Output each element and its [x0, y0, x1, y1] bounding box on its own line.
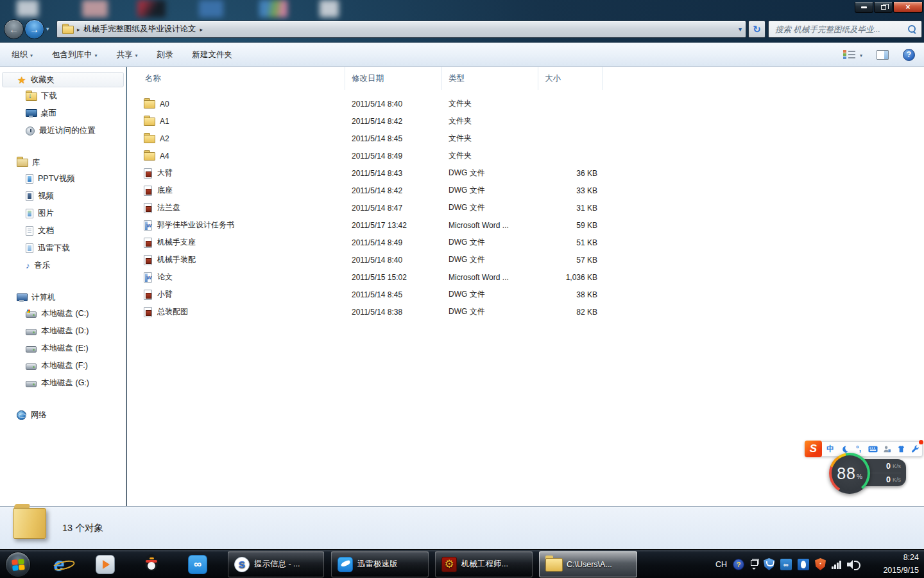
file-name[interactable]: A2: [160, 134, 169, 143]
column-header-size[interactable]: 大小: [538, 67, 603, 90]
close-button[interactable]: ×: [893, 2, 923, 13]
browser-tray-icon[interactable]: ∞: [780, 559, 792, 570]
share-button[interactable]: 共享▾: [117, 49, 138, 60]
sidebar-item[interactable]: 桌面: [0, 105, 126, 122]
sidebar-item[interactable]: ♪音乐: [0, 257, 126, 274]
media-player-button[interactable]: [94, 553, 117, 576]
change-view-button[interactable]: ▾: [843, 49, 862, 60]
health-gauge[interactable]: 88 %: [829, 453, 870, 494]
file-type: 文件夹: [442, 133, 538, 144]
file-row[interactable]: A02011/5/14 8:40文件夹: [127, 95, 924, 112]
ime-chinese-mode-button[interactable]: 中: [823, 442, 837, 456]
sidebar-item-computer[interactable]: 计算机: [0, 290, 126, 305]
language-indicator[interactable]: CH: [715, 560, 727, 569]
taskbar-button-mechanical-engineer-app[interactable]: ⚙机械工程师...: [435, 551, 533, 577]
address-dropdown-icon[interactable]: ▾: [739, 26, 742, 33]
file-name[interactable]: 大臂: [157, 168, 173, 179]
search-input[interactable]: [769, 25, 908, 34]
organize-button[interactable]: 组织▾: [12, 49, 33, 60]
file-size: 36 KB: [538, 169, 603, 178]
volume-icon[interactable]: [847, 559, 860, 570]
sidebar-item[interactable]: 图片: [0, 205, 126, 222]
column-header-name[interactable]: 名称: [127, 67, 345, 90]
breadcrumb-segment[interactable]: 机械手完整图纸及毕业设计论文: [84, 24, 196, 35]
qq-button[interactable]: [140, 553, 163, 576]
security-shield-icon[interactable]: [764, 558, 774, 570]
ime-keyboard-icon[interactable]: [866, 442, 880, 456]
address-bar[interactable]: ▸ 机械手完整图纸及毕业设计论文 ▸ ▾: [56, 21, 746, 38]
qq-tray-icon[interactable]: [798, 559, 809, 570]
file-name[interactable]: 郭学佳毕业设计任务书: [157, 220, 234, 231]
file-name[interactable]: 论文: [157, 272, 173, 283]
file-name[interactable]: 小臂: [157, 289, 173, 300]
file-name[interactable]: 总装配图: [157, 306, 188, 317]
back-button[interactable]: ←: [4, 19, 24, 39]
column-header-date[interactable]: 修改日期: [345, 67, 442, 90]
file-name[interactable]: 法兰盘: [157, 202, 180, 213]
file-row[interactable]: 机械手装配2011/5/14 8:40DWG 文件57 KB: [127, 251, 924, 268]
sidebar-item[interactable]: 最近访问的位置: [0, 122, 126, 139]
restore-button[interactable]: [874, 2, 893, 13]
file-row[interactable]: A42011/5/14 8:49文件夹: [127, 147, 924, 164]
file-row[interactable]: 论文2011/5/15 15:02Microsoft Word ...1,036…: [127, 268, 924, 286]
sidebar-item[interactable]: ↓下载: [0, 87, 126, 105]
file-row[interactable]: A12011/5/14 8:42文件夹: [127, 112, 924, 130]
ime-skin-tshirt-icon[interactable]: [894, 442, 908, 456]
file-name[interactable]: A1: [160, 117, 169, 126]
forward-button[interactable]: →: [24, 19, 44, 39]
new-folder-button[interactable]: 新建文件夹: [193, 49, 233, 60]
antivirus-shield-icon[interactable]: [815, 558, 826, 570]
show-hidden-icons[interactable]: [750, 559, 758, 570]
internet-explorer-button[interactable]: e: [47, 553, 71, 576]
file-name[interactable]: 机械手装配: [157, 254, 196, 265]
start-button[interactable]: [5, 552, 31, 577]
sidebar-item[interactable]: 本地磁盘 (F:): [0, 357, 126, 374]
preview-pane-button[interactable]: [877, 50, 889, 60]
file-name[interactable]: 机械手支座: [157, 237, 196, 248]
burn-button[interactable]: 刻录: [157, 49, 173, 60]
taskbar: e ∞ S提示信息 - ...迅雷极速版⚙机械工程师...C:\Users\A.…: [0, 549, 924, 578]
sogou-logo-icon[interactable]: S: [805, 441, 822, 457]
include-in-library-button[interactable]: 包含到库中▾: [52, 49, 98, 60]
sidebar-item-network[interactable]: 网络: [0, 407, 126, 423]
file-row[interactable]: 总装配图2011/5/14 8:38DWG 文件82 KB: [127, 303, 924, 320]
sidebar-item[interactable]: 本地磁盘 (C:): [0, 305, 126, 322]
file-name[interactable]: A0: [160, 100, 169, 109]
file-row[interactable]: 郭学佳毕业设计任务书2011/5/17 13:42Microsoft Word …: [127, 216, 924, 234]
file-row[interactable]: 法兰盘2011/5/14 8:47DWG 文件31 KB: [127, 199, 924, 216]
file-list-pane: ▲ 名称 修改日期 类型 大小 A02011/5/14 8:40文件夹A1201…: [127, 67, 924, 506]
sidebar-item[interactable]: 本地磁盘 (E:): [0, 340, 126, 357]
ime-settings-wrench-icon[interactable]: [908, 442, 922, 456]
taskbar-button-explorer-window[interactable]: C:\Users\A...: [539, 551, 637, 577]
sidebar-item[interactable]: 文档: [0, 222, 126, 240]
sidebar-item[interactable]: 本地磁盘 (G:): [0, 374, 126, 392]
recent-pages-dropdown-icon[interactable]: ▾: [46, 26, 49, 32]
file-row[interactable]: 机械手支座2011/5/14 8:49DWG 文件51 KB: [127, 234, 924, 251]
sidebar-item-libraries[interactable]: 库: [0, 155, 126, 170]
file-row[interactable]: A22011/5/14 8:45文件夹: [127, 130, 924, 147]
sidebar-item[interactable]: 本地磁盘 (D:): [0, 322, 126, 340]
sidebar-item-favorites[interactable]: ★收藏夹: [2, 72, 124, 87]
refresh-button[interactable]: ↻: [748, 21, 766, 38]
taskbar-clock[interactable]: 8:24 2015/9/15: [883, 550, 919, 578]
sidebar-item[interactable]: PPTV视频: [0, 170, 126, 188]
folder-file-icon: [144, 118, 155, 125]
file-row[interactable]: 小臂2011/5/14 8:45DWG 文件38 KB: [127, 286, 924, 303]
network-signal-icon[interactable]: [832, 560, 841, 569]
file-row[interactable]: 底座2011/5/14 8:42DWG 文件33 KB: [127, 182, 924, 199]
minimize-button[interactable]: [855, 2, 873, 13]
tray-help-icon[interactable]: ?: [733, 559, 744, 570]
sidebar-item[interactable]: 视频: [0, 188, 126, 205]
sidebar-item[interactable]: 迅雷下载: [0, 240, 126, 257]
dwg-file-icon: [144, 186, 152, 196]
taskbar-button-xunlei[interactable]: 迅雷极速版: [331, 551, 429, 577]
help-button[interactable]: ?: [903, 49, 915, 61]
cloud-drive-button[interactable]: ∞: [186, 553, 209, 576]
ime-profile-icon[interactable]: [880, 442, 894, 456]
breadcrumb-arrow-icon[interactable]: ▸: [200, 26, 203, 33]
file-name[interactable]: A4: [160, 152, 169, 161]
file-row[interactable]: 大臂2011/5/14 8:43DWG 文件36 KB: [127, 164, 924, 182]
file-name[interactable]: 底座: [157, 185, 173, 196]
column-header-type[interactable]: 类型: [442, 67, 538, 90]
taskbar-button-sogou-browser[interactable]: S提示信息 - ...: [228, 551, 324, 577]
